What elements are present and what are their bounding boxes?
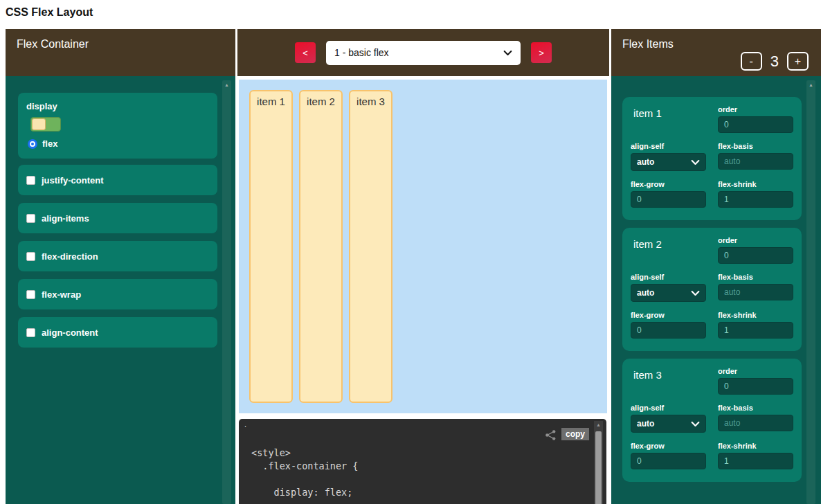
chevron-down-icon [691, 158, 700, 167]
flex-wrap-label: flex-wrap [42, 289, 81, 300]
item-card-title: item 1 [631, 105, 706, 133]
flex-grow-label: flex-grow [631, 180, 706, 188]
item-count-controls: - 3 + [741, 52, 809, 71]
display-toggle[interactable] [30, 117, 61, 132]
flex-container-body: display flex justify-content align-items… [6, 76, 235, 504]
flex-container-panel: Flex Container display flex justify-cont… [6, 29, 235, 504]
flex-basis-input[interactable]: auto [718, 284, 793, 300]
example-select[interactable]: 1 - basic flex [326, 41, 521, 65]
example-navigation-bar: < 1 - basic flex > [237, 29, 609, 76]
item-card-2: item 2 order 0 align-self auto [622, 228, 802, 351]
prop-card-align-content: align-content [18, 317, 217, 348]
add-item-button[interactable]: + [787, 52, 809, 71]
align-content-checkbox[interactable] [26, 328, 35, 337]
order-label: order [718, 105, 793, 114]
prop-card-justify-content: justify-content [18, 165, 217, 195]
chevron-down-icon [691, 420, 700, 429]
flex-shrink-label: flex-shrink [718, 180, 793, 188]
justify-content-label: justify-content [42, 175, 104, 186]
code-bullet: . [244, 420, 246, 429]
preview-item-3: item 3 [349, 90, 393, 403]
scroll-up-icon[interactable]: ▲ [594, 421, 603, 427]
flex-radio-label: flex [42, 138, 57, 149]
align-self-select[interactable]: auto [631, 284, 706, 302]
flex-shrink-input[interactable]: 1 [718, 322, 793, 339]
flex-grow-input[interactable]: 0 [631, 322, 706, 339]
flex-items-panel: Flex Items - 3 + item 1 order 0 align-se… [611, 29, 821, 504]
flex-items-body: item 1 order 0 align-self auto [611, 76, 821, 504]
align-self-label: align-self [631, 404, 706, 412]
flex-basis-label: flex-basis [718, 273, 793, 281]
item-card-title: item 2 [631, 236, 706, 264]
item-card-title: item 3 [631, 367, 706, 395]
prop-card-flex-wrap: flex-wrap [18, 279, 217, 309]
prop-card-align-items: align-items [18, 203, 217, 233]
display-card: display flex [18, 93, 217, 159]
order-input[interactable]: 0 [718, 378, 793, 395]
flex-items-title: Flex Items [622, 38, 674, 50]
prop-card-flex-direction: flex-direction [18, 241, 217, 271]
flex-preview-container: item 1 item 2 item 3 [239, 80, 607, 413]
item-card-3: item 3 order 0 align-self auto [622, 359, 802, 482]
scroll-up-icon[interactable]: ▲ [806, 80, 815, 87]
flex-items-header: Flex Items - 3 + [611, 29, 821, 76]
preview-column: < 1 - basic flex > item 1 item 2 item 3 … [237, 29, 609, 504]
order-input[interactable]: 0 [718, 116, 793, 133]
copy-button[interactable]: copy [561, 428, 589, 440]
page-title: CSS Flex Layout [6, 6, 93, 19]
flex-container-title: Flex Container [17, 38, 89, 50]
display-label: display [26, 101, 209, 111]
align-items-checkbox[interactable] [26, 214, 35, 223]
align-items-label: align-items [42, 213, 89, 224]
code-block: . copy <style> .flex-container { display… [239, 419, 606, 504]
remove-item-button[interactable]: - [741, 52, 762, 71]
flex-shrink-label: flex-shrink [718, 442, 793, 450]
code-scrollbar[interactable]: ▲ [594, 421, 603, 504]
chevron-down-icon [691, 289, 700, 298]
flex-radio[interactable] [28, 139, 37, 149]
item-count: 3 [770, 53, 779, 71]
flex-wrap-checkbox[interactable] [26, 290, 35, 299]
example-select-value: 1 - basic flex [334, 47, 389, 58]
toggle-knob [32, 118, 46, 130]
align-content-label: align-content [42, 327, 98, 338]
prev-example-button[interactable]: < [295, 42, 316, 63]
flex-grow-label: flex-grow [631, 442, 706, 450]
scroll-up-icon[interactable]: ▲ [222, 80, 231, 87]
flex-grow-input[interactable]: 0 [631, 191, 706, 208]
flex-basis-input[interactable]: auto [718, 153, 793, 170]
code-scrollbar-thumb[interactable] [595, 431, 602, 504]
share-icon[interactable] [545, 429, 557, 441]
align-self-select[interactable]: auto [631, 415, 706, 433]
flex-basis-label: flex-basis [718, 404, 793, 412]
justify-content-checkbox[interactable] [26, 176, 35, 185]
order-input[interactable]: 0 [718, 247, 793, 264]
flex-direction-label: flex-direction [42, 251, 98, 262]
preview-item-1: item 1 [249, 90, 293, 403]
preview-item-2: item 2 [299, 90, 343, 403]
flex-basis-label: flex-basis [718, 142, 793, 150]
flex-shrink-input[interactable]: 1 [718, 191, 793, 208]
flex-grow-input[interactable]: 0 [631, 453, 706, 469]
align-self-label: align-self [631, 273, 706, 281]
flex-grow-label: flex-grow [631, 311, 706, 319]
align-self-select[interactable]: auto [631, 153, 706, 171]
left-panel-scrollbar[interactable]: ▲ [222, 80, 231, 504]
code-text: <style> .flex-container { display: flex; [251, 447, 358, 499]
flex-shrink-input[interactable]: 1 [718, 453, 793, 469]
flex-direction-checkbox[interactable] [26, 252, 35, 261]
order-label: order [718, 367, 793, 375]
chevron-down-icon [503, 48, 512, 57]
order-label: order [718, 236, 793, 244]
flex-basis-input[interactable]: auto [718, 415, 793, 431]
flex-container-header: Flex Container [6, 29, 235, 76]
item-card-1: item 1 order 0 align-self auto [622, 97, 802, 220]
align-self-label: align-self [631, 142, 706, 150]
right-panel-scrollbar[interactable]: ▲ [806, 80, 815, 504]
flex-shrink-label: flex-shrink [718, 311, 793, 319]
next-example-button[interactable]: > [531, 42, 552, 63]
